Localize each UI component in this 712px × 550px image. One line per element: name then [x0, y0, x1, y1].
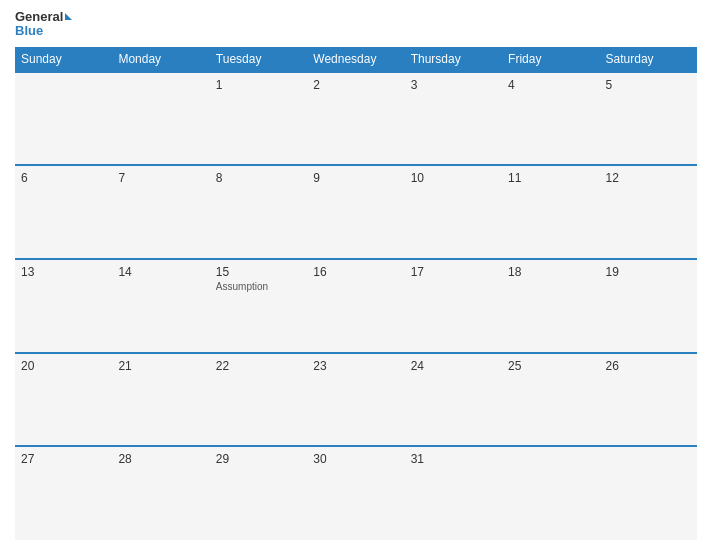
- col-saturday: Saturday: [600, 47, 697, 72]
- day-number: 31: [411, 452, 496, 466]
- table-row: 20: [15, 353, 112, 447]
- day-number: 14: [118, 265, 203, 279]
- event-label: Assumption: [216, 281, 301, 292]
- day-number: 18: [508, 265, 593, 279]
- table-row: 1: [210, 72, 307, 166]
- col-tuesday: Tuesday: [210, 47, 307, 72]
- table-row: 23: [307, 353, 404, 447]
- calendar-table: Sunday Monday Tuesday Wednesday Thursday…: [15, 47, 697, 540]
- table-row: 7: [112, 165, 209, 259]
- table-row: 15Assumption: [210, 259, 307, 353]
- day-number: 23: [313, 359, 398, 373]
- day-number: 13: [21, 265, 106, 279]
- table-row: 25: [502, 353, 599, 447]
- table-row: [15, 72, 112, 166]
- day-number: 6: [21, 171, 106, 185]
- table-row: 13: [15, 259, 112, 353]
- calendar-body: 123456789101112131415Assumption161718192…: [15, 72, 697, 540]
- day-number: 10: [411, 171, 496, 185]
- table-row: 29: [210, 446, 307, 540]
- day-number: 2: [313, 78, 398, 92]
- table-row: 4: [502, 72, 599, 166]
- table-row: 3: [405, 72, 502, 166]
- calendar-header-row: Sunday Monday Tuesday Wednesday Thursday…: [15, 47, 697, 72]
- table-row: 12: [600, 165, 697, 259]
- day-number: 24: [411, 359, 496, 373]
- table-row: 14: [112, 259, 209, 353]
- logo-general: General: [15, 10, 63, 24]
- table-row: 30: [307, 446, 404, 540]
- day-number: 12: [606, 171, 691, 185]
- day-number: 16: [313, 265, 398, 279]
- logo-blue: Blue: [15, 24, 72, 38]
- table-row: 28: [112, 446, 209, 540]
- calendar-container: General Blue Sunday Monday Tuesday Wedne…: [0, 0, 712, 550]
- table-row: 26: [600, 353, 697, 447]
- table-row: 31: [405, 446, 502, 540]
- day-number: 29: [216, 452, 301, 466]
- table-row: 11: [502, 165, 599, 259]
- table-row: 18: [502, 259, 599, 353]
- col-wednesday: Wednesday: [307, 47, 404, 72]
- day-number: 17: [411, 265, 496, 279]
- day-number: 26: [606, 359, 691, 373]
- day-number: 22: [216, 359, 301, 373]
- table-row: [502, 446, 599, 540]
- col-friday: Friday: [502, 47, 599, 72]
- day-number: 27: [21, 452, 106, 466]
- table-row: [112, 72, 209, 166]
- col-sunday: Sunday: [15, 47, 112, 72]
- day-number: 3: [411, 78, 496, 92]
- day-number: 9: [313, 171, 398, 185]
- table-row: 19: [600, 259, 697, 353]
- day-number: 8: [216, 171, 301, 185]
- day-number: 19: [606, 265, 691, 279]
- day-number: 25: [508, 359, 593, 373]
- table-row: 17: [405, 259, 502, 353]
- table-row: 16: [307, 259, 404, 353]
- day-number: 11: [508, 171, 593, 185]
- day-number: 15: [216, 265, 301, 279]
- table-row: [600, 446, 697, 540]
- table-row: 22: [210, 353, 307, 447]
- col-thursday: Thursday: [405, 47, 502, 72]
- table-row: 21: [112, 353, 209, 447]
- day-number: 7: [118, 171, 203, 185]
- table-row: 27: [15, 446, 112, 540]
- day-number: 4: [508, 78, 593, 92]
- col-monday: Monday: [112, 47, 209, 72]
- table-row: 8: [210, 165, 307, 259]
- table-row: 2: [307, 72, 404, 166]
- table-row: 9: [307, 165, 404, 259]
- table-row: 5: [600, 72, 697, 166]
- day-number: 21: [118, 359, 203, 373]
- day-number: 5: [606, 78, 691, 92]
- day-number: 1: [216, 78, 301, 92]
- logo: General Blue: [15, 10, 72, 39]
- table-row: 24: [405, 353, 502, 447]
- table-row: 6: [15, 165, 112, 259]
- calendar-header: General Blue: [15, 10, 697, 39]
- day-number: 20: [21, 359, 106, 373]
- day-number: 28: [118, 452, 203, 466]
- day-number: 30: [313, 452, 398, 466]
- table-row: 10: [405, 165, 502, 259]
